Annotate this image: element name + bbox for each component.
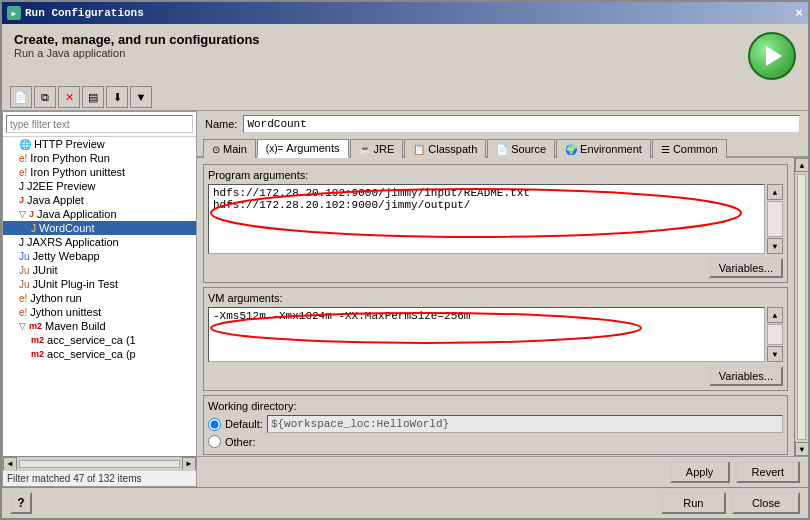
list-item[interactable]: e! Iron Python unittest <box>3 165 196 179</box>
tab-main[interactable]: ⊙ Main <box>203 139 256 158</box>
tab-classpath[interactable]: 📋 Classpath <box>404 139 486 158</box>
scroll-down[interactable]: ▼ <box>767 346 783 362</box>
run-button[interactable]: Run <box>661 492 726 514</box>
default-radio[interactable] <box>208 418 221 431</box>
window-icon: ▶ <box>7 6 21 20</box>
tabs-row: ⊙ Main (x)= Arguments ☕ JRE 📋 Classpath … <box>197 137 808 158</box>
list-item[interactable]: m2 acc_service_ca (p <box>3 347 196 361</box>
revert-button[interactable]: Revert <box>736 461 800 483</box>
tab-jre[interactable]: ☕ JRE <box>350 139 404 158</box>
filter-input[interactable] <box>6 115 193 133</box>
tab-source[interactable]: 📄 Source <box>487 139 555 158</box>
help-button[interactable]: ? <box>10 492 32 514</box>
name-input[interactable] <box>243 115 800 133</box>
list-item[interactable]: e! Jython run <box>3 291 196 305</box>
program-args-box: Program arguments: hdfs://172.28.20.102:… <box>203 164 788 283</box>
vm-scrollbars: ▲ ▼ <box>767 307 783 362</box>
list-item[interactable]: e! Iron Python Run <box>3 151 196 165</box>
delete-button[interactable]: ✕ <box>58 86 80 108</box>
other-radio[interactable] <box>208 435 221 448</box>
scroll-right[interactable]: ▶ <box>182 457 196 471</box>
list-item[interactable]: ▽ J Java Application <box>3 207 196 221</box>
header-text: Create, manage, and run configurations R… <box>14 32 260 59</box>
item-label: acc_service_ca (p <box>47 348 136 360</box>
vm-args-label: VM arguments: <box>208 292 783 304</box>
vm-args-variables-button[interactable]: Variables... <box>709 366 783 386</box>
program-args-input[interactable]: hdfs://172.28.20.102:9000/jimmy/input/RE… <box>208 184 765 254</box>
program-args-wrapper: hdfs://172.28.20.102:9000/jimmy/input/RE… <box>208 184 783 254</box>
j2ee-icon: J <box>19 181 24 192</box>
list-item[interactable]: Ju Jetty Webapp <box>3 249 196 263</box>
list-item[interactable]: 🌐 HTTP Preview <box>3 137 196 151</box>
main-content: 🌐 HTTP Preview e! Iron Python Run e! Iro… <box>2 111 808 487</box>
list-item[interactable]: e! Jython unittest <box>3 305 196 319</box>
working-dir-label: Working directory: <box>208 400 783 412</box>
run-icon-button[interactable] <box>748 32 796 80</box>
vm-args-input[interactable]: -Xms512m -Xmx1024m -XX:MaxPermSize=256m <box>208 307 765 362</box>
list-item[interactable]: J J2EE Preview <box>3 179 196 193</box>
collapse-button[interactable]: ⬇ <box>106 86 128 108</box>
filter-button[interactable]: ▤ <box>82 86 104 108</box>
new-config-button[interactable]: 📄 <box>10 86 32 108</box>
tab-label: Arguments <box>286 142 339 154</box>
expand-icon: ▽ <box>19 209 26 219</box>
tab-label: Classpath <box>428 143 477 155</box>
junit-plugin-icon: Ju <box>19 279 30 290</box>
apply-button[interactable]: Apply <box>670 461 730 483</box>
scroll-down[interactable]: ▼ <box>767 238 783 254</box>
scroll-up[interactable]: ▲ <box>767 307 783 323</box>
menu-button[interactable]: ▼ <box>130 86 152 108</box>
close-button[interactable]: Close <box>732 492 800 514</box>
tree-area: 🌐 HTTP Preview e! Iron Python Run e! Iro… <box>3 137 196 456</box>
bottom-bar: Apply Revert <box>197 456 808 487</box>
tab-label: Environment <box>580 143 642 155</box>
list-item[interactable]: J WordCount <box>3 221 196 235</box>
prog-vars-row: Variables... <box>208 256 783 278</box>
right-scrollbar: ▲ ▼ <box>794 158 808 456</box>
tab-label: Main <box>223 143 247 155</box>
working-dir-section: Working directory: Default: Other: <box>197 391 794 456</box>
working-dir-box: Working directory: Default: Other: <box>203 395 788 455</box>
tab-common[interactable]: ☰ Common <box>652 139 727 158</box>
program-args-variables-button[interactable]: Variables... <box>709 258 783 278</box>
scroll-up[interactable]: ▲ <box>795 158 808 172</box>
args-tab-icon: (x)= <box>266 143 284 154</box>
duplicate-button[interactable]: ⧉ <box>34 86 56 108</box>
toolbar: 📄 ⧉ ✕ ▤ ⬇ ▼ <box>2 84 808 111</box>
item-label: Maven Build <box>45 320 106 332</box>
tab-arguments[interactable]: (x)= Arguments <box>257 139 349 158</box>
tab-label: Common <box>673 143 718 155</box>
tab-environment[interactable]: 🌍 Environment <box>556 139 651 158</box>
close-button[interactable]: × <box>795 6 803 21</box>
jython-icon: e! <box>19 307 27 318</box>
scroll-left[interactable]: ◀ <box>3 457 17 471</box>
list-item[interactable]: ▽ m2 Maven Build <box>3 319 196 333</box>
list-item[interactable]: J JAXRS Application <box>3 235 196 249</box>
scroll-up[interactable]: ▲ <box>767 184 783 200</box>
list-item[interactable]: m2 acc_service_ca (1 <box>3 333 196 347</box>
program-args-section: Program arguments: hdfs://172.28.20.102:… <box>197 158 794 283</box>
default-label: Default: <box>225 418 263 430</box>
item-label: JUnit <box>33 264 58 276</box>
main-tab-icon: ⊙ <box>212 144 220 155</box>
title-bar-left: ▶ Run Configurations <box>7 6 144 20</box>
right-panel: Name: ⊙ Main (x)= Arguments ☕ JRE 📋 <box>197 111 808 487</box>
jetty-icon: Ju <box>19 251 30 262</box>
list-item[interactable]: Ju JUnit <box>3 263 196 277</box>
jaxrs-icon: J <box>19 237 24 248</box>
item-label: Java Applet <box>27 194 84 206</box>
filter-status: Filter matched 47 of 132 items <box>3 470 196 486</box>
list-item[interactable]: Ju JUnit Plug-in Test <box>3 277 196 291</box>
left-panel: 🌐 HTTP Preview e! Iron Python Run e! Iro… <box>2 111 197 487</box>
default-wd-input[interactable] <box>267 415 783 433</box>
item-label: JUnit Plug-in Test <box>33 278 118 290</box>
list-item[interactable]: J Java Applet <box>3 193 196 207</box>
footer-right: Run Close <box>661 492 800 514</box>
header-subtitle: Run a Java application <box>14 47 260 59</box>
java-icon: J <box>31 223 36 234</box>
name-label: Name: <box>205 118 237 130</box>
prog-scrollbars: ▲ ▼ <box>767 184 783 254</box>
scroll-down[interactable]: ▼ <box>795 442 808 456</box>
jython-icon: e! <box>19 293 27 304</box>
item-label: Iron Python unittest <box>30 166 125 178</box>
